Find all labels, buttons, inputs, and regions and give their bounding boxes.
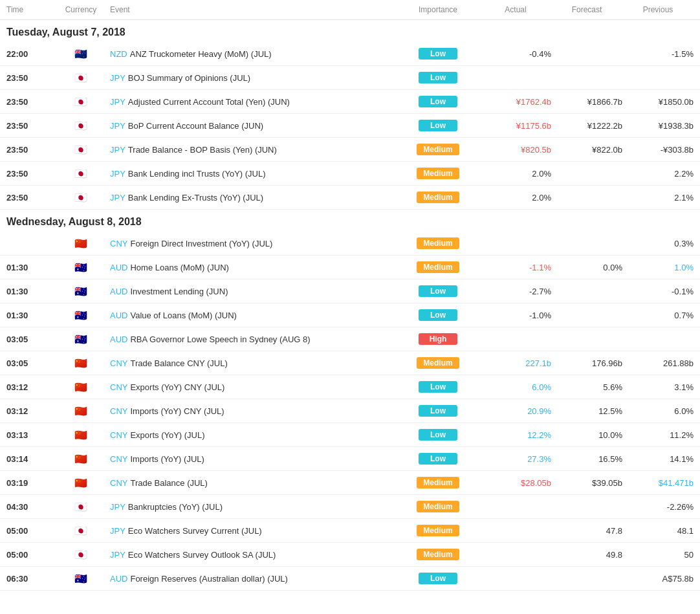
- event-label: Bank Lending incl Trusts (YoY) (JUL): [128, 169, 266, 179]
- forecast-cell: 10.0%: [551, 430, 622, 440]
- currency-label: AUD: [110, 287, 127, 296]
- calendar-body: Tuesday, August 7, 201822:00🇳🇿NZD ANZ Tr…: [0, 20, 700, 591]
- actual-cell: 227.1b: [480, 358, 551, 368]
- currency-label: AUD: [110, 263, 127, 272]
- currency-label: JPY: [110, 97, 126, 107]
- time-cell: 03:05: [6, 334, 52, 344]
- previous-cell: 50: [622, 550, 694, 560]
- event-cell: AUD RBA Governor Lowe Speech in Sydney (…: [110, 334, 396, 344]
- table-row: 03:19🇨🇳CNY Trade Balance (JUL)Medium$28.…: [0, 471, 700, 495]
- importance-cell: Medium: [396, 192, 480, 203]
- event-label: Eco Watchers Survey Outlook SA (JUL): [128, 550, 276, 560]
- currency-cell: 🇨🇳: [52, 428, 110, 442]
- importance-cell: Low: [396, 429, 480, 441]
- time-cell: 01:30: [6, 287, 52, 296]
- currency-label: JPY: [110, 550, 126, 560]
- actual-cell: 2.0%: [480, 193, 551, 203]
- importance-cell: Low: [396, 381, 480, 393]
- currency-label: CNY: [110, 358, 127, 368]
- time-cell: 03:12: [6, 406, 52, 416]
- flag-icon: 🇦🇺: [74, 571, 88, 586]
- flag-icon: 🇦🇺: [74, 332, 88, 346]
- actual-cell: 6.0%: [480, 382, 551, 392]
- previous-cell: -0.1%: [622, 287, 694, 296]
- table-row: 03:05🇨🇳CNY Trade Balance CNY (JUL)Medium…: [0, 351, 700, 375]
- event-label: Imports (YoY) CNY (JUL): [130, 406, 224, 416]
- importance-badge: High: [419, 333, 457, 345]
- currency-label: JPY: [110, 169, 126, 179]
- event-cell: JPY BOJ Summary of Opinions (JUL): [110, 73, 396, 83]
- date-section-header: Tuesday, August 7, 2018: [0, 20, 700, 42]
- flag-icon: 🇦🇺: [74, 308, 88, 322]
- event-cell: JPY Bankruptcies (YoY) (JUL): [110, 502, 396, 512]
- forecast-cell: 47.8: [551, 526, 622, 536]
- importance-badge: Medium: [417, 501, 459, 512]
- importance-badge: Medium: [417, 261, 459, 273]
- currency-cell: 🇳🇿: [52, 47, 110, 61]
- flag-icon: 🇨🇳: [74, 452, 88, 466]
- event-label: ANZ Truckometer Heavy (MoM) (JUL): [130, 49, 272, 59]
- importance-badge: Low: [419, 48, 457, 60]
- importance-badge: Medium: [417, 237, 459, 249]
- importance-cell: Medium: [396, 501, 480, 512]
- event-cell: CNY Foreign Direct Investment (YoY) (JUL…: [110, 239, 396, 248]
- event-cell: CNY Exports (YoY) CNY (JUL): [110, 382, 396, 392]
- event-label: Bank Lending Ex-Trusts (YoY) (JUL): [128, 193, 263, 203]
- header-importance: Importance: [396, 5, 480, 14]
- flag-icon: 🇯🇵: [74, 71, 88, 85]
- flag-icon: 🇯🇵: [74, 523, 88, 538]
- actual-cell: $28.05b: [480, 478, 551, 488]
- currency-cell: 🇦🇺: [52, 308, 110, 322]
- forecast-cell: ¥822.0b: [551, 145, 622, 155]
- actual-cell: 2.0%: [480, 169, 551, 179]
- actual-cell: ¥820.5b: [480, 145, 551, 155]
- time-cell: 05:00: [6, 526, 52, 536]
- importance-cell: Medium: [396, 168, 480, 179]
- currency-label: AUD: [110, 574, 127, 584]
- event-cell: AUD Investment Lending (JUN): [110, 287, 396, 296]
- importance-badge: Low: [419, 453, 457, 465]
- currency-cell: 🇯🇵: [52, 94, 110, 109]
- flag-icon: 🇨🇳: [74, 356, 88, 370]
- flag-icon: 🇨🇳: [74, 236, 88, 250]
- currency-cell: 🇯🇵: [52, 142, 110, 157]
- header-event: Event: [110, 5, 396, 14]
- previous-cell: 14.1%: [622, 454, 694, 464]
- flag-icon: 🇨🇳: [74, 380, 88, 394]
- actual-cell: -0.4%: [480, 49, 551, 59]
- currency-cell: 🇨🇳: [52, 476, 110, 490]
- actual-cell: ¥1175.6b: [480, 121, 551, 131]
- table-row: 05:00🇯🇵JPY Eco Watchers Survey Outlook S…: [0, 543, 700, 567]
- actual-cell: 20.9%: [480, 406, 551, 416]
- event-cell: AUD Home Loans (MoM) (JUN): [110, 263, 396, 272]
- event-label: BOJ Summary of Opinions (JUL): [128, 73, 250, 83]
- time-cell: 06:30: [6, 574, 52, 584]
- actual-cell: 27.3%: [480, 454, 551, 464]
- event-label: Adjusted Current Account Total (Yen) (JU…: [128, 97, 290, 107]
- header-currency: Currency: [52, 5, 110, 14]
- currency-label: CNY: [110, 430, 127, 440]
- currency-label: CNY: [110, 382, 127, 392]
- time-cell: 23:50: [6, 145, 52, 155]
- table-row: 23:50🇯🇵JPY Bank Lending incl Trusts (YoY…: [0, 162, 700, 186]
- previous-cell: ¥1850.0b: [622, 97, 694, 107]
- flag-icon: 🇳🇿: [74, 47, 88, 61]
- event-label: Trade Balance - BOP Basis (Yen) (JUN): [128, 145, 277, 155]
- event-cell: AUD Foreign Reserves (Australian dollar)…: [110, 574, 396, 584]
- flag-icon: 🇯🇵: [74, 499, 88, 514]
- flag-icon: 🇨🇳: [74, 428, 88, 442]
- currency-label: JPY: [110, 526, 126, 536]
- currency-cell: 🇦🇺: [52, 260, 110, 274]
- currency-label: CNY: [110, 478, 127, 488]
- flag-icon: 🇯🇵: [74, 118, 88, 133]
- forecast-cell: $39.05b: [551, 478, 622, 488]
- table-row: 03:14🇨🇳CNY Imports (YoY) (JUL)Low27.3%16…: [0, 447, 700, 471]
- currency-cell: 🇨🇳: [52, 404, 110, 418]
- time-cell: 23:50: [6, 97, 52, 107]
- table-row: 03:12🇨🇳CNY Exports (YoY) CNY (JUL)Low6.0…: [0, 375, 700, 399]
- event-label: BoP Current Account Balance (JUN): [128, 121, 263, 131]
- importance-badge: Medium: [417, 168, 459, 179]
- event-cell: CNY Imports (YoY) CNY (JUL): [110, 406, 396, 416]
- currency-cell: 🇦🇺: [52, 284, 110, 298]
- currency-label: JPY: [110, 73, 126, 83]
